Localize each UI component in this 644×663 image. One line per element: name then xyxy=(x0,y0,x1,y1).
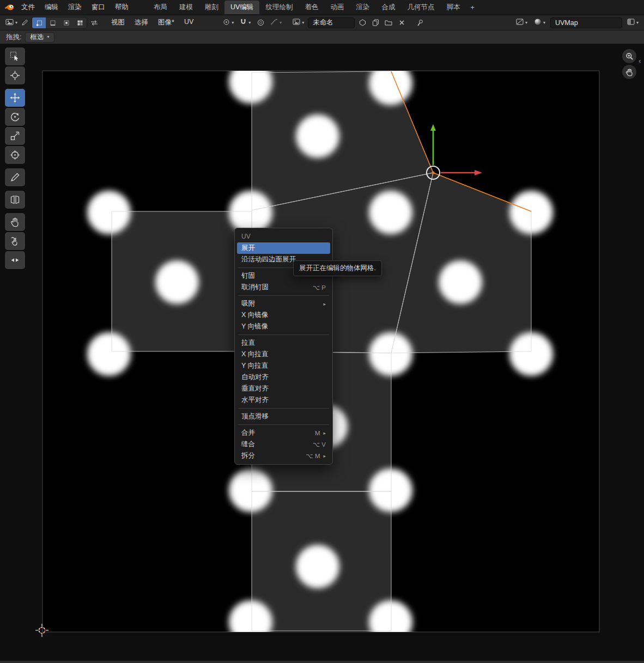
workspace-tab-9[interactable]: 几何节点 xyxy=(401,1,440,14)
chevron-down-icon: ▾ xyxy=(302,21,304,25)
selected-vertex xyxy=(432,171,434,174)
proportional-editing-toggle[interactable] xyxy=(255,17,266,28)
tool-rotate-button[interactable] xyxy=(5,108,25,126)
workspace-tab-10[interactable]: 脚本 xyxy=(440,1,466,14)
menu-image[interactable]: 图像* xyxy=(153,16,179,29)
menu-item-label: 合并 xyxy=(241,428,255,437)
menu-separator xyxy=(238,295,329,296)
menu-item-label: 顶点滑移 xyxy=(241,412,269,421)
pivot-point-dropdown[interactable]: ▾ xyxy=(221,17,235,28)
menu-item-label: 拉直 xyxy=(241,338,255,348)
drag-mode-value: 框选 xyxy=(30,33,44,42)
workspace-tab-7[interactable]: 渲染 xyxy=(350,1,375,14)
tool-relax-button[interactable] xyxy=(5,232,25,250)
image-display-dropdown[interactable]: ▾ xyxy=(514,17,529,28)
fake-user-shield-button[interactable] xyxy=(357,17,368,28)
topbar-menu-4[interactable]: 帮助 xyxy=(110,1,133,14)
context-menu-item-10[interactable]: 拉直 xyxy=(237,337,330,349)
sidebar-toggle-arrow[interactable]: ‹ xyxy=(639,57,641,65)
chevron-down-icon: ▾ xyxy=(47,35,49,39)
topbar-menu-0[interactable]: 文件 xyxy=(16,1,40,14)
select-mode-island[interactable] xyxy=(73,17,87,28)
menu-item-label: 水平对齐 xyxy=(241,396,269,405)
tool-pinch-button[interactable] xyxy=(5,251,25,269)
context-menu-item-14[interactable]: 垂直对齐 xyxy=(237,383,330,394)
chevron-down-icon: ▾ xyxy=(525,21,527,25)
workspace-tab-3[interactable]: UV编辑 xyxy=(224,1,259,14)
context-menu-item-21[interactable]: 拆分⌥ M▸ xyxy=(237,450,330,461)
workspace-tab-6[interactable]: 动画 xyxy=(324,1,350,14)
uv-editor-icon xyxy=(5,19,14,27)
tool-tweak-button[interactable] xyxy=(5,47,25,65)
select-mode-vertex[interactable] xyxy=(32,17,46,28)
tool-rip-region-button[interactable] xyxy=(5,191,25,209)
workspace-tab-4[interactable]: 纹理绘制 xyxy=(259,1,299,14)
pin-button[interactable] xyxy=(415,17,426,28)
menu-item-shortcut: ⌥ P xyxy=(306,284,326,291)
context-menu-item-6[interactable]: 吸附▸ xyxy=(237,298,330,309)
context-menu-item-0[interactable]: 展开 xyxy=(237,242,330,254)
menu-view[interactable]: 视图 xyxy=(106,16,130,29)
tool-annotate-button[interactable] xyxy=(5,168,25,186)
image-name-field[interactable]: 未命名 xyxy=(308,17,355,28)
menu-item-label: Y 向镜像 xyxy=(241,322,268,331)
display-shading-dropdown[interactable]: ▾ xyxy=(532,17,547,28)
image-browse-dropdown[interactable]: ▾ xyxy=(291,17,306,28)
context-menu-item-4[interactable]: 取消钉固⌥ P xyxy=(237,282,330,293)
blender-logo-icon[interactable] xyxy=(3,3,15,11)
chevron-down-icon: ▾ xyxy=(543,21,545,25)
menu-uv[interactable]: UV xyxy=(179,16,198,29)
chevron-down-icon: ▾ xyxy=(248,21,251,25)
workspace-tab-2[interactable]: 雕刻 xyxy=(199,1,224,14)
menu-item-label: 取消钉固 xyxy=(241,283,269,292)
context-menu-item-15[interactable]: 水平对齐 xyxy=(237,394,330,406)
pan-hand-button[interactable] xyxy=(622,65,636,79)
workspace-tab-5[interactable]: 着色 xyxy=(299,1,324,14)
uvmap-name-field[interactable] xyxy=(550,17,622,28)
chevron-down-icon: ▾ xyxy=(15,21,17,25)
new-image-button[interactable] xyxy=(370,17,381,28)
image-alpha-icon xyxy=(516,19,524,27)
tool-scale-button[interactable] xyxy=(5,127,25,145)
menu-select[interactable]: 选择 xyxy=(130,16,153,29)
workspace-tab-0[interactable]: 布局 xyxy=(148,1,173,14)
display-channels-dropdown[interactable]: ▾ xyxy=(625,17,640,28)
proportional-falloff-dropdown[interactable]: ▾ xyxy=(269,17,283,28)
zoom-button[interactable] xyxy=(622,49,636,63)
tool-settings-bar: 拖拽: 框选 ▾ xyxy=(0,31,644,44)
edit-pencil-button[interactable] xyxy=(19,17,30,28)
uv-editor-header: ▾ 视图 选择 图像* UV ▾ ▾ xyxy=(0,15,644,31)
menu-item-label: 缝合 xyxy=(241,440,255,449)
unlink-image-button[interactable] xyxy=(396,17,407,28)
drag-label: 拖拽: xyxy=(6,33,21,42)
topbar-menu-2[interactable]: 渲染 xyxy=(63,1,87,14)
topbar-menu-3[interactable]: 窗口 xyxy=(87,1,110,14)
tool-cursor-button[interactable] xyxy=(5,66,25,84)
channels-icon xyxy=(627,19,635,27)
select-mode-edge[interactable] xyxy=(46,17,59,28)
tool-move-button[interactable] xyxy=(5,89,25,107)
context-menu-item-7[interactable]: X 向镜像 xyxy=(237,309,330,321)
chevron-down-icon: ▾ xyxy=(232,21,234,25)
tool-grab-button[interactable] xyxy=(5,213,25,231)
menu-item-shortcut: ⌥ V xyxy=(306,441,326,448)
context-menu-item-11[interactable]: X 向拉直 xyxy=(237,349,330,360)
add-workspace-tab[interactable]: + xyxy=(466,2,478,14)
context-menu-item-20[interactable]: 缝合⌥ V xyxy=(237,439,330,450)
context-menu-item-19[interactable]: 合并M▸ xyxy=(237,427,330,439)
menu-separator xyxy=(238,424,329,425)
workspace-tab-1[interactable]: 建模 xyxy=(173,1,199,14)
context-menu-item-12[interactable]: Y 向拉直 xyxy=(237,360,330,372)
snap-dropdown[interactable]: ▾ xyxy=(238,17,252,28)
open-image-button[interactable] xyxy=(383,17,394,28)
workspace-tab-8[interactable]: 合成 xyxy=(375,1,401,14)
context-menu-item-17[interactable]: 顶点滑移 xyxy=(237,411,330,422)
editor-type-dropdown[interactable]: ▾ xyxy=(4,17,19,28)
context-menu-item-13[interactable]: 自动对齐 xyxy=(237,372,330,383)
topbar-menu-1[interactable]: 编辑 xyxy=(40,1,63,14)
context-menu-item-8[interactable]: Y 向镜像 xyxy=(237,321,330,332)
tool-transform-button[interactable] xyxy=(5,146,25,164)
select-mode-face[interactable] xyxy=(59,17,73,28)
uv-sync-select-toggle[interactable] xyxy=(89,17,100,28)
drag-mode-dropdown[interactable]: 框选 ▾ xyxy=(25,32,54,42)
